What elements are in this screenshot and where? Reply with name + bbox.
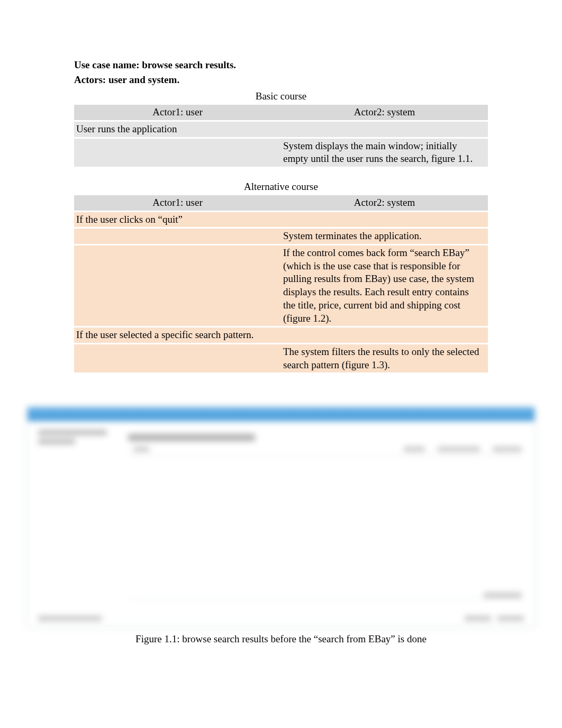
basic-course-caption: Basic course xyxy=(74,88,488,103)
table-row: If the user selected a specific search p… xyxy=(74,327,488,343)
table-header-row: Actor1: user Actor2: system xyxy=(74,195,488,211)
actor1-cell xyxy=(74,344,281,372)
figure-caption: Figure 1.1: browse search results before… xyxy=(0,633,562,645)
alternative-course-section: Alternative course Actor1: user Actor2: … xyxy=(74,179,488,374)
table-row: User runs the application xyxy=(74,122,488,137)
actor2-cell: If the control comes back form “search E… xyxy=(281,245,488,326)
actor1-cell xyxy=(74,245,281,326)
actor2-cell: System terminates the application. xyxy=(281,229,488,244)
alternative-course-table: Actor1: user Actor2: system If the user … xyxy=(74,194,488,374)
actor2-cell: System displays the main window; initial… xyxy=(281,139,488,167)
actor2-cell xyxy=(281,327,488,343)
alternative-course-caption: Alternative course xyxy=(74,179,488,194)
actor1-cell xyxy=(74,229,281,244)
table-row: System displays the main window; initial… xyxy=(74,139,488,167)
table-row: The system filters the results to only t… xyxy=(74,344,488,372)
table-header-row: Actor1: user Actor2: system xyxy=(74,105,488,120)
actor2-cell xyxy=(281,212,488,228)
actor1-cell: If the user selected a specific search p… xyxy=(74,327,281,343)
actor2-cell: The system filters the results to only t… xyxy=(281,344,488,372)
actor1-cell: If the user clicks on “quit” xyxy=(74,212,281,228)
actor2-cell xyxy=(281,122,488,137)
actor2-header: Actor2: system xyxy=(281,195,488,211)
actor2-header: Actor2: system xyxy=(281,105,488,120)
basic-course-table: Actor1: user Actor2: system User runs th… xyxy=(74,103,488,168)
actor1-cell: User runs the application xyxy=(74,122,281,137)
screenshot-placeholder xyxy=(27,407,535,627)
figure-1-1: Figure 1.1: browse search results before… xyxy=(0,407,562,645)
actor1-header: Actor1: user xyxy=(74,195,281,211)
actor1-header: Actor1: user xyxy=(74,105,281,120)
use-case-name-heading: Use case name: browse search results. xyxy=(74,58,488,72)
basic-course-section: Basic course Actor1: user Actor2: system… xyxy=(74,88,488,168)
table-row: If the control comes back form “search E… xyxy=(74,245,488,326)
actors-heading: Actors: user and system. xyxy=(74,73,488,87)
table-row: If the user clicks on “quit” xyxy=(74,212,488,228)
table-row: System terminates the application. xyxy=(74,229,488,244)
actor1-cell xyxy=(74,139,281,167)
